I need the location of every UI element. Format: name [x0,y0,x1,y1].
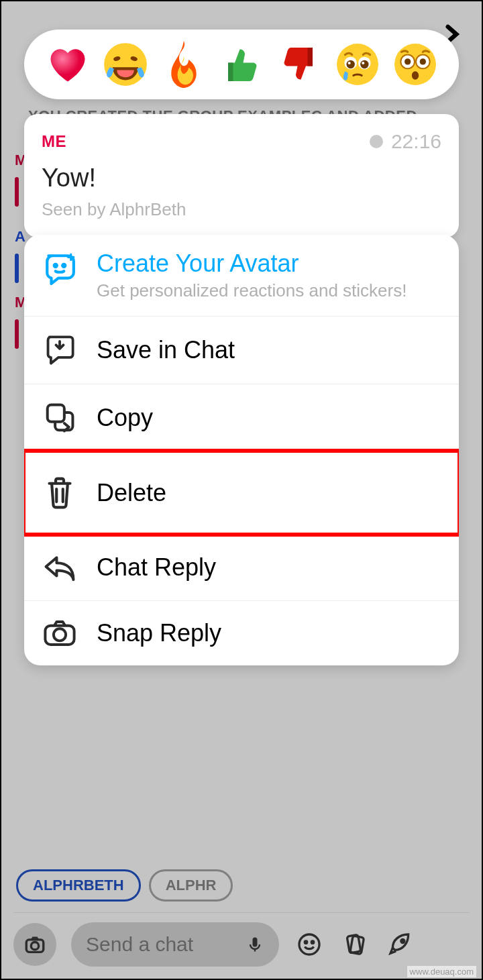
joy-icon [103,42,148,87]
create-avatar-item[interactable]: Create Your Avatar Get personalized reac… [24,235,459,316]
create-avatar-title: Create Your Avatar [97,250,407,278]
snap-reply-label: Snap Reply [97,619,221,647]
react-flushed[interactable] [391,40,439,89]
app-screen: YOU CREATED THE GROUP EXAMPLEC AND ADDED… [0,0,483,980]
react-pleading[interactable] [333,40,382,89]
message-body: Yow! [42,164,441,193]
sender-label: ME [42,132,66,151]
thumbs-down-icon [279,43,319,86]
svg-point-22 [405,58,411,64]
chat-reply-item[interactable]: Chat Reply [24,534,459,600]
camera-outline-icon [43,618,76,648]
seen-status: Seen by AlphrBeth [42,199,441,220]
svg-point-12 [337,44,378,85]
svg-point-17 [347,62,350,64]
delete-item[interactable]: Delete [24,451,459,534]
pleading-icon [335,42,380,87]
svg-point-16 [360,60,368,68]
avatar-icon [43,250,76,287]
svg-point-23 [420,58,426,64]
reply-icon [43,552,76,583]
trash-icon [46,476,74,510]
react-fire[interactable] [160,40,208,89]
copy-label: Copy [97,404,153,432]
save-chat-icon [45,334,74,366]
heart-icon [45,42,91,87]
message-time: 22:16 [391,130,441,153]
snap-reply-item[interactable]: Snap Reply [24,600,459,665]
thumbs-up-icon [221,43,262,86]
svg-rect-27 [48,405,64,422]
svg-point-15 [346,60,354,68]
flushed-icon [393,42,437,87]
react-thumbs-up[interactable] [217,40,266,89]
create-avatar-subtitle: Get personalized reactions and stickers! [97,280,407,301]
svg-point-26 [62,264,65,267]
save-in-chat-label: Save in Chat [97,336,235,364]
svg-point-29 [54,629,66,641]
context-menu: Create Your Avatar Get personalized reac… [24,235,459,665]
selected-message-card: ME 22:16 Yow! Seen by AlphrBeth [24,114,459,237]
copy-icon [44,402,75,434]
reaction-bar [24,30,459,99]
svg-point-24 [412,71,419,79]
svg-point-25 [54,264,57,267]
copy-item[interactable]: Copy [24,384,459,451]
react-joy[interactable] [101,40,150,89]
chat-reply-label: Chat Reply [97,553,216,582]
fire-icon [164,41,204,88]
svg-point-18 [362,62,364,64]
save-in-chat-item[interactable]: Save in Chat [24,316,459,384]
status-dot-icon [370,135,383,148]
react-thumbs-down[interactable] [275,40,323,89]
delete-label: Delete [97,479,166,507]
react-heart[interactable] [44,40,92,89]
watermark: www.deuaq.com [407,966,476,977]
